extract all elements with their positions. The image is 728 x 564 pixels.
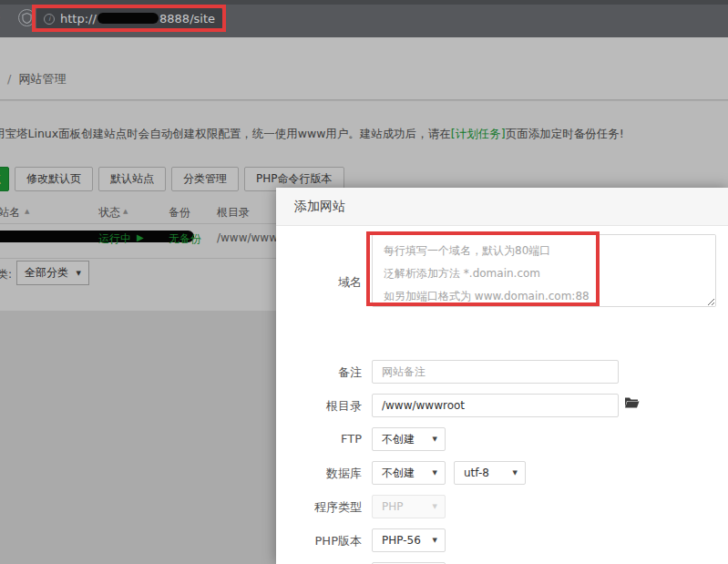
extension-icon[interactable]: ⟩ [0, 9, 1, 26]
chevron-down-icon: ▼ [433, 436, 437, 443]
database-value: 不创建 [382, 466, 415, 481]
ftp-label: FTP [276, 432, 362, 446]
folder-picker-button[interactable] [624, 395, 641, 410]
ftp-select[interactable]: 不创建 ▼ [372, 427, 446, 451]
rootdir-label: 根目录 [276, 398, 362, 415]
php-version-value: PHP-56 [382, 534, 421, 547]
site-info-icon[interactable]: i [44, 14, 55, 25]
charset-value: utf-8 [464, 467, 489, 479]
charset-select[interactable]: utf-8 ▼ [454, 461, 526, 485]
chevron-down-icon: ▼ [433, 503, 437, 510]
ftp-value: 不创建 [382, 432, 415, 447]
browser-chrome: ⟩ i http://8888/site [0, 0, 728, 37]
php-version-label: PHP版本 [276, 533, 362, 549]
note-label: 备注 [276, 364, 362, 381]
program-type-label: 程序类型 [276, 499, 362, 516]
screen: ⟩ i http://8888/site /网站管理 用宝塔Linux面板创建站… [0, 0, 728, 564]
url-path: 8888/site [159, 12, 215, 26]
database-label: 数据库 [276, 466, 362, 482]
shield-icon [22, 13, 32, 24]
program-type-select: PHP ▼ [372, 495, 446, 518]
note-input[interactable] [372, 360, 619, 384]
chevron-down-icon: ▼ [513, 469, 518, 477]
add-site-modal: 添加网站 域名 备注 根目录 FTP 不创建 ▼ 数据库 不创建 [276, 188, 728, 564]
url-scheme: http:// [60, 12, 97, 26]
chevron-down-icon: ▼ [433, 469, 437, 477]
php-version-select[interactable]: PHP-56 ▼ [372, 528, 446, 552]
domain-textarea[interactable] [372, 234, 716, 307]
database-select[interactable]: 不创建 ▼ [372, 461, 446, 485]
address-bar[interactable]: i http://8888/site [36, 7, 222, 30]
modal-title: 添加网站 [276, 188, 728, 226]
rootdir-input[interactable] [372, 394, 619, 417]
url-redaction-bar [97, 13, 159, 24]
program-type-value: PHP [382, 500, 404, 513]
folder-icon [624, 395, 640, 409]
chevron-down-icon: ▼ [433, 537, 437, 544]
shield-extension-icon[interactable] [18, 9, 36, 26]
domain-label: 域名 [276, 274, 362, 291]
